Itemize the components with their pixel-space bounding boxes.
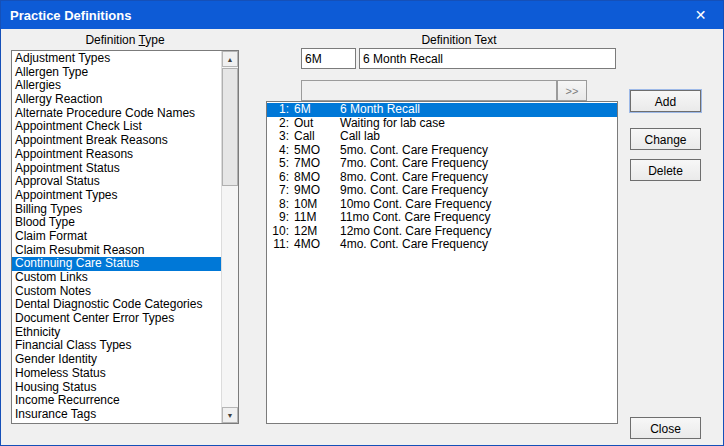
definition-type-item[interactable]: Homeless Status (12, 367, 221, 381)
definition-description: 6 Month Recall (340, 103, 617, 117)
definition-type-item[interactable]: Billing Types (12, 203, 221, 217)
scroll-up-icon[interactable]: ▲ (222, 51, 238, 67)
definition-row[interactable]: 1:6M6 Month Recall (267, 103, 617, 117)
definition-text-input[interactable] (359, 48, 616, 69)
definition-type-item[interactable]: Appointment Reasons (12, 148, 221, 162)
definitions-list: 1:6M6 Month Recall2:OutWaiting for lab c… (266, 101, 618, 424)
definition-number: 6: (267, 171, 289, 185)
definition-type-item[interactable]: Custom Notes (12, 285, 221, 299)
definition-type-item[interactable]: Income Recurrence (12, 394, 221, 408)
definition-description: 7mo. Cont. Care Frequency (340, 157, 617, 171)
definition-type-item[interactable]: Appointment Check List (12, 120, 221, 134)
definition-row[interactable]: 8:10M10mo Cont. Care Frequency (267, 198, 617, 212)
definition-description: 9mo. Cont. Care Frequency (340, 184, 617, 198)
definition-note-field (301, 80, 557, 101)
definition-number: 11: (267, 238, 289, 252)
definition-type-item[interactable]: Document Center Error Types (12, 312, 221, 326)
definition-description: Waiting for lab case (340, 117, 617, 131)
definition-code: Out (294, 117, 340, 131)
definition-number: 10: (267, 225, 289, 239)
vertical-scrollbar[interactable]: ▲ ▼ (221, 51, 238, 423)
definition-number: 2: (267, 117, 289, 131)
definition-number: 7: (267, 184, 289, 198)
definition-code: 10M (294, 198, 340, 212)
definition-row[interactable]: 6:8MO8mo. Cont. Care Frequency (267, 171, 617, 185)
definitions-rows: 1:6M6 Month Recall2:OutWaiting for lab c… (267, 103, 617, 423)
close-icon[interactable]: ✕ (678, 1, 723, 29)
definition-number: 9: (267, 211, 289, 225)
definition-type-item[interactable]: Gender Identity (12, 353, 221, 367)
definition-code: 8MO (294, 171, 340, 185)
window-title: Practice Definitions (1, 8, 131, 23)
definition-row[interactable]: 4:5MO5mo. Cont. Care Frequency (267, 144, 617, 158)
definition-row[interactable]: 2:OutWaiting for lab case (267, 117, 617, 131)
scroll-down-icon[interactable]: ▼ (222, 407, 238, 423)
definition-type-item[interactable]: Adjustment Types (12, 52, 221, 66)
definition-text-label: Definition Text (301, 33, 617, 47)
definition-code: Call (294, 130, 340, 144)
change-button[interactable]: Change (630, 128, 701, 150)
definition-type-item[interactable]: Allergies (12, 79, 221, 93)
definition-type-item[interactable]: Allergen Type (12, 66, 221, 80)
definition-code: 5MO (294, 144, 340, 158)
definition-type-items: Adjustment TypesAllergen TypeAllergiesAl… (12, 52, 221, 423)
definition-code: 4MO (294, 238, 340, 252)
definition-type-list: Adjustment TypesAllergen TypeAllergiesAl… (11, 50, 239, 424)
definition-row[interactable]: 3:CallCall lab (267, 130, 617, 144)
expand-button[interactable]: >> (557, 80, 587, 101)
definition-code: 7MO (294, 157, 340, 171)
definition-description: 12mo Cont. Care Frequency (340, 225, 617, 239)
definition-type-item[interactable]: Blood Type (12, 216, 221, 230)
definition-code: 12M (294, 225, 340, 239)
add-button[interactable]: Add (630, 90, 701, 112)
definition-row[interactable]: 11:4MO4mo. Cont. Care Frequency (267, 238, 617, 252)
definition-code: 9MO (294, 184, 340, 198)
definition-row[interactable]: 9:11M11mo Cont. Care Frequency (267, 211, 617, 225)
definition-number: 8: (267, 198, 289, 212)
definition-type-item[interactable]: Claim Resubmit Reason (12, 244, 221, 258)
definition-type-item[interactable]: Custom Links (12, 271, 221, 285)
definition-description: Call lab (340, 130, 617, 144)
definition-number: 1: (267, 103, 289, 117)
definition-type-item[interactable]: Dental Diagnostic Code Categories (12, 298, 221, 312)
definition-number: 5: (267, 157, 289, 171)
definition-type-item[interactable]: Appointment Types (12, 189, 221, 203)
definition-type-item[interactable]: Allergy Reaction (12, 93, 221, 107)
definition-number: 3: (267, 130, 289, 144)
definition-type-item[interactable]: Appointment Status (12, 162, 221, 176)
definition-code-input[interactable] (301, 48, 356, 69)
definition-type-item[interactable]: Claim Format (12, 230, 221, 244)
definition-number: 4: (267, 144, 289, 158)
definition-description: 10mo Cont. Care Frequency (340, 198, 617, 212)
definition-description: 11mo Cont. Care Frequency (340, 211, 617, 225)
practice-definitions-dialog: Practice Definitions ✕ Definition Type A… (0, 0, 724, 446)
definition-type-item[interactable]: Approval Status (12, 175, 221, 189)
definition-type-label: Definition Type (11, 33, 239, 47)
definition-code: 11M (294, 211, 340, 225)
definition-type-item[interactable]: Continuing Care Status (12, 257, 221, 271)
definition-row[interactable]: 7:9MO9mo. Cont. Care Frequency (267, 184, 617, 198)
definition-type-item[interactable]: Financial Class Types (12, 339, 221, 353)
definition-type-label-post: ype (145, 33, 164, 47)
definition-code: 6M (294, 103, 340, 117)
close-button[interactable]: Close (630, 417, 701, 439)
title-bar: Practice Definitions ✕ (1, 1, 723, 29)
definition-row[interactable]: 5:7MO7mo. Cont. Care Frequency (267, 157, 617, 171)
definition-type-item[interactable]: Alternate Procedure Code Names (12, 107, 221, 121)
definition-type-item[interactable]: Insurance Tags (12, 408, 221, 422)
definition-row[interactable]: 10:12M12mo Cont. Care Frequency (267, 225, 617, 239)
definition-description: 8mo. Cont. Care Frequency (340, 171, 617, 185)
definition-description: 5mo. Cont. Care Frequency (340, 144, 617, 158)
definition-type-item[interactable]: Ethnicity (12, 326, 221, 340)
delete-button[interactable]: Delete (630, 159, 701, 181)
definition-type-item[interactable]: Housing Status (12, 381, 221, 395)
scrollbar-thumb[interactable] (222, 68, 238, 186)
definition-type-label-pre: Definition (85, 33, 138, 47)
definition-type-item[interactable]: Appointment Break Reasons (12, 134, 221, 148)
definition-description: 4mo. Cont. Care Frequency (340, 238, 617, 252)
